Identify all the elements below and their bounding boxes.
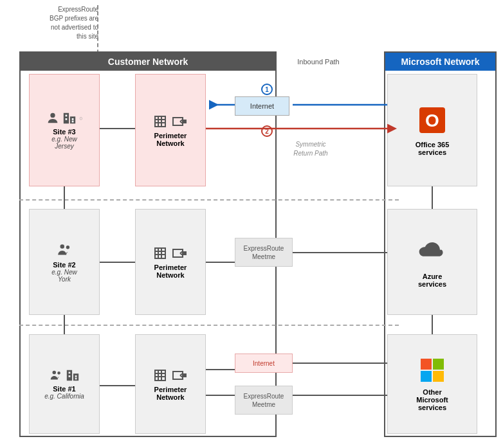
building-icon [62,111,77,125]
other-ms-label: OtherMicrosoftservices [416,388,448,411]
svg-rect-36 [173,372,183,379]
svg-rect-40 [421,359,432,370]
svg-rect-7 [155,116,165,127]
expressroute-meetme-2: ExpressRouteMeetme [235,386,293,415]
office365-box: O Office 365services [387,74,477,186]
site1-box: Site #1 e.g. California [29,334,100,434]
svg-rect-16 [155,248,165,258]
site2-title: Site #2 [53,261,75,269]
diagram-container: ExpressRoute BGP prefixes are not advert… [0,0,503,448]
svg-point-23 [53,371,57,375]
svg-point-0 [51,112,55,117]
perimeter-network-3-label: PerimeterNetwork [154,386,187,401]
svg-rect-12 [173,118,183,125]
expressroute-meetme-1: ExpressRouteMeetme [235,238,293,267]
router-icon-2 [172,246,187,261]
symmetric-return-label: SymmetricReturn Path [275,140,346,158]
azure-box: Azureservices [387,209,477,315]
internet-label-box-3: Internet [235,354,293,373]
svg-rect-21 [173,249,183,257]
site2-box: Site #2 e.g. NewYork [29,209,100,315]
site2-subtitle: e.g. NewYork [51,269,77,283]
perimeter-network-1-label: PerimeterNetwork [154,132,187,147]
customer-network-header: Customer Network [21,53,275,71]
perimeter-network-2-label: PerimeterNetwork [154,264,187,279]
svg-rect-30 [75,378,77,380]
svg-rect-43 [433,371,444,382]
svg-text:O: O [425,111,439,130]
svg-rect-27 [69,372,71,374]
microsoft-icon [419,357,445,383]
firewall-icon-3 [154,368,169,383]
expressroute-annotation: ExpressRoute BGP prefixes are not advert… [5,5,98,41]
microsoft-network-header: Microsoft Network [385,53,495,71]
other-ms-box: OtherMicrosoftservices [387,334,477,434]
svg-point-24 [57,372,60,375]
building-icon-2 [66,368,80,382]
svg-rect-29 [75,375,77,377]
site1-title: Site #1 [53,385,75,393]
site3-title: Site #3 [53,128,75,136]
person-icon [46,111,60,125]
internet-label-box-1: Internet [235,96,289,116]
firewall-icon-2 [154,246,169,261]
firewall-icon-1 [154,114,169,129]
perimeter-network-1-box: PerimeterNetwork [135,74,206,186]
azure-icon [417,237,448,267]
svg-rect-5 [72,118,74,120]
site1-subtitle: e.g. California [44,393,84,400]
person-icon-2 [56,242,73,258]
site3-subtitle: e.g. NewJersey [51,136,77,150]
svg-rect-4 [66,118,68,120]
inbound-path-label: Inbound Path [280,58,357,66]
office365-icon: O [417,105,448,136]
router-icon-3 [172,368,187,383]
svg-rect-41 [433,359,444,370]
perimeter-network-2-box: PerimeterNetwork [135,209,206,315]
perimeter-network-3-box: PerimeterNetwork [135,334,206,434]
row-separator-2 [19,325,399,326]
person-icon-3 [49,368,63,382]
svg-rect-31 [155,370,165,381]
row-separator-1 [19,199,399,201]
svg-point-14 [60,244,65,249]
svg-point-15 [66,245,69,248]
badge-1: 1 [261,84,273,95]
azure-label: Azureservices [418,273,446,288]
badge-2: 2 [261,125,273,137]
svg-rect-3 [66,114,68,116]
svg-rect-28 [69,375,71,377]
site3-box: ○ Site #3 e.g. NewJersey [29,74,100,186]
router-icon-1 [172,114,187,129]
office365-label: Office 365services [416,141,450,156]
svg-rect-42 [421,371,432,382]
svg-rect-6 [72,120,74,122]
